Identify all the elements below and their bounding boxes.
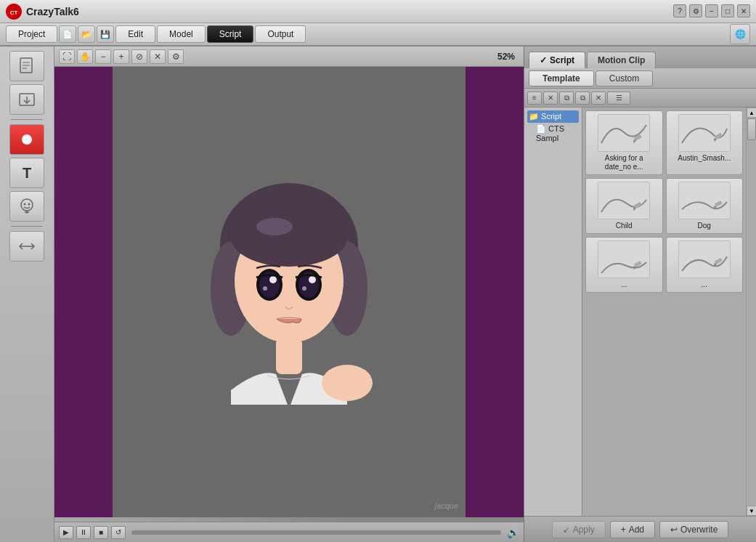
- svg-rect-40: [678, 182, 731, 219]
- zoom-in-button[interactable]: +: [113, 49, 129, 64]
- app-title: CrazyTalk6: [26, 6, 79, 17]
- close-button[interactable]: ✕: [737, 4, 750, 17]
- pause-button[interactable]: ⏸: [76, 526, 91, 539]
- tab-script[interactable]: Script: [207, 25, 254, 43]
- scroll-track[interactable]: [747, 118, 756, 506]
- tab-project[interactable]: Project: [6, 25, 57, 43]
- tab-model[interactable]: Model: [157, 25, 206, 43]
- zoom-out-button[interactable]: −: [95, 49, 111, 64]
- viewport-toolbar: ⛶ ✋ − + ⊘ ✕ ⚙ 52%: [54, 46, 524, 67]
- fullscreen-button[interactable]: ⛶: [59, 49, 75, 64]
- open-icon[interactable]: 📂: [78, 25, 95, 43]
- save-icon[interactable]: 💾: [97, 25, 114, 43]
- cancel-button[interactable]: ⊘: [131, 49, 147, 64]
- settings-button[interactable]: ⚙: [689, 4, 702, 17]
- overwrite-icon: ↩: [670, 525, 678, 535]
- right-panel-bottom: ↙ Apply + Add ↩ Overwrite: [524, 516, 756, 542]
- right-panel-subtabs: Template Custom: [524, 68, 756, 89]
- new-tool-button[interactable]: [9, 51, 44, 81]
- rp-tool-2[interactable]: ✕: [543, 92, 558, 105]
- transform-button[interactable]: [9, 231, 44, 262]
- rp-tool-5[interactable]: ✕: [591, 92, 606, 105]
- motion-thumb-austin: [678, 114, 731, 152]
- scroll-thumb[interactable]: [747, 118, 756, 140]
- subtab-template[interactable]: Template: [529, 70, 594, 86]
- scroll-up-arrow[interactable]: ▲: [747, 108, 756, 118]
- script-tab-label: Script: [550, 55, 574, 65]
- rp-tool-1[interactable]: ≡: [527, 92, 542, 105]
- svg-point-10: [24, 203, 26, 206]
- tab-output[interactable]: Output: [255, 25, 306, 43]
- svg-rect-29: [276, 338, 302, 374]
- motion-item-dog[interactable]: Dog: [666, 178, 744, 234]
- motion-label-6: ...: [702, 280, 707, 289]
- motion-thumb-6: [678, 240, 731, 278]
- svg-point-9: [21, 199, 33, 211]
- right-panel-scrollbar[interactable]: ▲ ▼: [746, 108, 756, 516]
- maximize-button[interactable]: □: [721, 4, 734, 17]
- motion-item-child[interactable]: Child: [585, 178, 663, 234]
- right-panel: ✓ Script Motion Clip Template Custom ≡ ✕…: [524, 46, 756, 542]
- add-button[interactable]: + Add: [610, 521, 655, 538]
- tab-motion-clip[interactable]: Motion Clip: [587, 52, 656, 68]
- globe-button[interactable]: 🌐: [730, 24, 750, 44]
- tab-edit[interactable]: Edit: [115, 25, 155, 43]
- svg-rect-46: [678, 240, 731, 278]
- new-icon[interactable]: 📄: [59, 25, 76, 43]
- volume-slider[interactable]: [131, 530, 501, 535]
- motion-item-5[interactable]: ...: [585, 237, 663, 293]
- minimize-button[interactable]: −: [705, 4, 718, 17]
- overwrite-button[interactable]: ↩ Overwrite: [659, 521, 728, 538]
- add-icon: +: [621, 525, 626, 535]
- tab-script-rp[interactable]: ✓ Script: [529, 52, 585, 68]
- volume-icon: 🔊: [507, 527, 519, 538]
- rp-tool-6[interactable]: ☰: [607, 92, 630, 105]
- motion-label-5: ...: [621, 280, 627, 289]
- close-view-button[interactable]: ✕: [150, 49, 166, 64]
- svg-rect-34: [678, 114, 731, 152]
- script-check-icon: ✓: [540, 55, 547, 65]
- tree-item-script[interactable]: 📁 Script: [527, 110, 579, 123]
- apply-label: Apply: [573, 525, 595, 535]
- settings-view-button[interactable]: ⚙: [168, 49, 184, 64]
- title-bar: CT CrazyTalk6 ? ⚙ − □ ✕: [0, 0, 756, 23]
- loop-button[interactable]: ↺: [111, 526, 126, 539]
- motion-item-asking[interactable]: Asking for adate_no e...: [585, 110, 663, 175]
- svg-rect-43: [598, 240, 650, 278]
- rp-tool-3[interactable]: ⧉: [559, 92, 574, 105]
- rp-tool-4[interactable]: ⧉: [575, 92, 590, 105]
- svg-point-25: [269, 276, 277, 283]
- motion-thumb-5: [598, 240, 650, 278]
- toolbar-divider: [11, 119, 43, 120]
- zoom-level: 52%: [497, 52, 519, 62]
- apply-icon: ↙: [563, 525, 570, 535]
- apply-button[interactable]: ↙ Apply: [552, 521, 606, 538]
- viewport-canvas[interactable]: jacque: [54, 67, 524, 517]
- help-button[interactable]: ?: [673, 4, 686, 17]
- motion-item-austin[interactable]: Austin_Smash...: [666, 110, 744, 175]
- svg-point-20: [256, 218, 293, 235]
- stop-button[interactable]: ■: [94, 526, 108, 539]
- motion-item-6[interactable]: ...: [666, 237, 744, 293]
- svg-point-19: [231, 209, 347, 267]
- motions-grid: Asking for adate_no e... Austin_Smash...: [582, 108, 746, 516]
- overwrite-label: Overwrite: [680, 525, 718, 535]
- menu-bar: Project 📄 📂 💾 Edit Model Script Output 🌐: [0, 23, 756, 46]
- play-button[interactable]: ▶: [59, 526, 73, 539]
- text-button[interactable]: T: [9, 158, 44, 188]
- import-tool-button[interactable]: [9, 84, 44, 115]
- face-button[interactable]: [9, 191, 44, 222]
- add-label: Add: [629, 525, 644, 535]
- record-button[interactable]: [9, 124, 44, 155]
- scroll-down-arrow[interactable]: ▼: [747, 506, 756, 516]
- motion-label-dog: Dog: [698, 222, 711, 230]
- hand-tool-button[interactable]: ✋: [77, 49, 93, 64]
- subtab-custom[interactable]: Custom: [596, 70, 653, 86]
- tree-item-cts[interactable]: 📄 CTS Sampl: [527, 123, 579, 144]
- motion-label-child: Child: [616, 222, 633, 230]
- bg-left: [54, 67, 113, 517]
- script-tree: 📁 Script 📄 CTS Sampl: [524, 108, 582, 516]
- left-toolbar: T: [0, 46, 54, 542]
- watermark: jacque: [435, 501, 458, 510]
- svg-text:CT: CT: [10, 9, 18, 16]
